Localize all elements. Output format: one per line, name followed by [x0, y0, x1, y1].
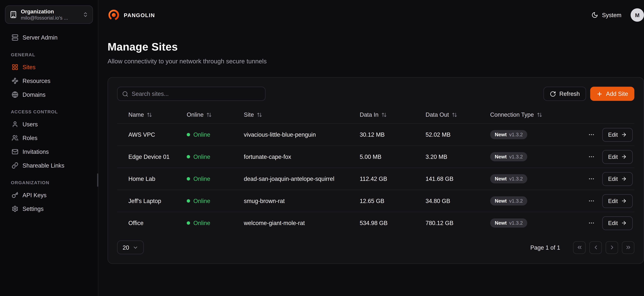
edit-label: Edit [608, 176, 618, 182]
sidebar-scrollbar-thumb[interactable] [97, 174, 98, 187]
sidebar-item-label: Shareable Links [22, 162, 64, 168]
last-page-button[interactable] [622, 241, 634, 254]
edit-label: Edit [608, 198, 618, 204]
edit-button[interactable]: Edit [602, 172, 633, 186]
sidebar-item-resources[interactable]: Resources [5, 74, 93, 88]
connection-type-badge: Newtv1.3.2 [490, 218, 528, 228]
column-header-connection-type[interactable]: Connection Type [490, 111, 586, 118]
edit-button[interactable]: Edit [602, 194, 633, 208]
refresh-icon [550, 91, 556, 97]
client-version: v1.3.2 [509, 132, 523, 138]
sidebar-item-label: Users [22, 121, 38, 128]
first-page-button[interactable] [573, 241, 586, 254]
users-icon [12, 134, 18, 141]
site-slug: smug-brown-rat [244, 198, 360, 204]
pagination: Page 1 of 1 [530, 241, 634, 254]
sidebar-item-invitations[interactable]: Invitations [5, 145, 93, 158]
row-menu-button[interactable] [586, 151, 597, 162]
edit-button[interactable]: Edit [602, 128, 633, 142]
connection-type-cell: Newtv1.3.2 [490, 196, 586, 206]
site-slug: vivacious-little-blue-penguin [244, 131, 360, 138]
plus-icon [596, 91, 603, 97]
theme-toggle[interactable]: System [592, 12, 622, 18]
column-label: Name [128, 111, 144, 118]
client-name: Newt [495, 132, 507, 138]
chevron-down-icon [132, 244, 138, 250]
sidebar-item-sites[interactable]: Sites [5, 60, 93, 74]
sidebar-item-shareable-links[interactable]: Shareable Links [5, 158, 93, 172]
sidebar-item-label: API Keys [22, 192, 46, 198]
sidebar-item-roles[interactable]: Roles [5, 131, 93, 145]
next-page-button[interactable] [606, 241, 618, 254]
row-menu-button[interactable] [586, 173, 597, 185]
edit-button[interactable]: Edit [602, 150, 633, 164]
column-label: Site [244, 111, 254, 118]
data-out-value: 141.68 GB [426, 176, 490, 182]
sidebar-item-domains[interactable]: Domains [5, 88, 93, 101]
first-page-icon [576, 244, 582, 250]
data-out-value: 780.12 GB [426, 220, 490, 226]
ellipsis-icon [588, 198, 595, 204]
sidebar: Organization milo@fossorial.io's ... Ser… [0, 0, 98, 296]
main-content: PANGOLIN System M Manage Sites Allow con… [98, 0, 644, 296]
column-header-site[interactable]: Site [244, 111, 360, 118]
search-box [117, 87, 266, 101]
chevrons-up-down-icon [82, 12, 88, 18]
site-name: Home Lab [128, 176, 187, 182]
client-name: Newt [495, 220, 507, 226]
edit-button[interactable]: Edit [602, 216, 633, 230]
sidebar-item-label: Server Admin [22, 34, 58, 41]
online-status-dot [187, 133, 190, 136]
sidebar-item-server-admin[interactable]: Server Admin [5, 30, 93, 44]
sites-card: Refresh Add Site Name [108, 77, 644, 264]
prev-page-icon [592, 244, 599, 250]
avatar[interactable]: M [630, 8, 644, 22]
sidebar-item-api-keys[interactable]: API Keys [5, 188, 93, 202]
sidebar-item-users[interactable]: Users [5, 117, 93, 131]
connection-type-cell: Newtv1.3.2 [490, 130, 586, 139]
sidebar-item-label: Sites [22, 64, 36, 70]
row-actions: Edit [586, 216, 633, 230]
column-header-data-out[interactable]: Data Out [426, 111, 490, 118]
column-header-name[interactable]: Name [128, 111, 187, 118]
online-status: Online [187, 198, 244, 204]
page-size-value: 20 [122, 244, 129, 251]
sort-icon [147, 112, 152, 117]
row-menu-button[interactable] [586, 195, 597, 207]
row-menu-button[interactable] [586, 129, 597, 140]
online-status: Online [187, 131, 244, 138]
gear-icon [12, 205, 18, 212]
prev-page-button[interactable] [590, 241, 602, 254]
connection-type-badge: Newtv1.3.2 [490, 130, 528, 139]
row-menu-button[interactable] [586, 217, 597, 229]
column-header-data-in[interactable]: Data In [360, 111, 426, 118]
data-out-value: 3.20 MB [426, 154, 490, 160]
brand[interactable]: PANGOLIN [108, 9, 155, 21]
table-header-row: Name Online Site Data In [117, 106, 634, 124]
org-selector-text: Organization milo@fossorial.io's ... [21, 8, 79, 21]
sidebar-item-label: Resources [22, 77, 50, 84]
row-actions: Edit [586, 128, 633, 142]
refresh-button[interactable]: Refresh [544, 87, 586, 101]
waypoints-icon [12, 77, 18, 84]
add-site-button[interactable]: Add Site [590, 87, 634, 101]
table-row: AWS VPC Online vivacious-little-blue-pen… [117, 124, 634, 146]
sidebar-item-label: Settings [22, 205, 44, 212]
site-slug: welcome-giant-mole-rat [244, 220, 360, 226]
connection-type-cell: Newtv1.3.2 [490, 152, 586, 161]
online-status-dot [187, 221, 190, 225]
site-name: AWS VPC [128, 131, 187, 138]
online-status-label: Online [194, 220, 210, 226]
moon-icon [592, 12, 598, 18]
sort-icon [206, 112, 212, 117]
column-header-online[interactable]: Online [187, 111, 244, 118]
table-row: Edge Device 01 Online fortunate-cape-fox… [117, 146, 634, 168]
connection-type-badge: Newtv1.3.2 [490, 152, 528, 161]
search-input[interactable] [132, 90, 260, 97]
site-name: Edge Device 01 [128, 154, 187, 160]
online-status-label: Online [194, 176, 210, 182]
data-in-value: 534.98 GB [360, 220, 426, 226]
page-size-select[interactable]: 20 [117, 240, 144, 254]
sidebar-item-settings[interactable]: Settings [5, 202, 93, 216]
org-selector[interactable]: Organization milo@fossorial.io's ... [5, 6, 93, 24]
